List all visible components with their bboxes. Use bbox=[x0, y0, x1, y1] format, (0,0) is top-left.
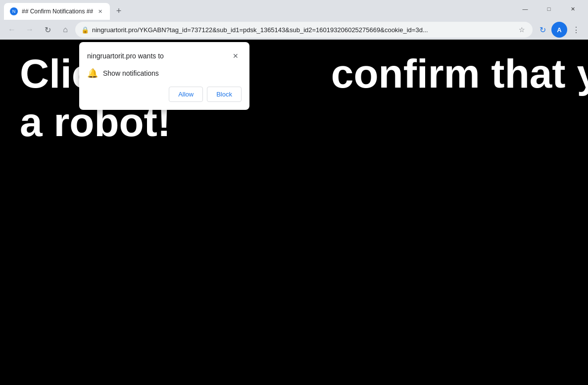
lock-icon: 🔒 bbox=[81, 26, 89, 34]
window-controls: — □ ✕ bbox=[514, 1, 588, 19]
tab-favicon: N bbox=[10, 7, 18, 15]
title-bar: N ## Confirm Notifications ## ✕ + — □ ✕ bbox=[0, 0, 588, 20]
reload-button[interactable]: ↻ bbox=[40, 22, 55, 38]
tab-strip: N ## Confirm Notifications ## ✕ + bbox=[0, 0, 514, 20]
popup-buttons: Allow Block bbox=[87, 87, 242, 102]
permission-text: Show notifications bbox=[103, 69, 159, 77]
menu-icon[interactable]: ⋮ bbox=[568, 22, 584, 38]
chrome-window: N ## Confirm Notifications ## ✕ + — □ ✕ … bbox=[0, 0, 588, 385]
url-bar[interactable]: 🔒 ningruartorit.pro/YKGABN?tag_id=737122… bbox=[75, 22, 533, 38]
popup-close-button[interactable]: ✕ bbox=[230, 50, 242, 62]
tab-close-button[interactable]: ✕ bbox=[96, 7, 104, 15]
new-tab-button[interactable]: + bbox=[112, 4, 126, 18]
popup-header: ningruartorit.pro wants to ✕ bbox=[87, 50, 242, 62]
url-text: ningruartorit.pro/YKGABN?tag_id=737122&s… bbox=[92, 26, 514, 34]
forward-button[interactable]: → bbox=[22, 22, 38, 38]
home-button[interactable]: ⌂ bbox=[57, 22, 73, 38]
popup-permission: 🔔 Show notifications bbox=[87, 68, 242, 79]
popup-title: ningruartorit.pro wants to bbox=[87, 52, 164, 60]
maximize-button[interactable]: □ bbox=[538, 1, 560, 17]
toolbar-icons: ↻ A ⋮ bbox=[535, 22, 584, 38]
address-bar: ← → ↻ ⌂ 🔒 ningruartorit.pro/YKGABN?tag_i… bbox=[0, 20, 588, 40]
refresh-icon[interactable]: ↻ bbox=[535, 22, 550, 38]
minimize-button[interactable]: — bbox=[514, 1, 537, 17]
page-content: Click confirm that you are a robot! ning… bbox=[0, 40, 588, 385]
back-button[interactable]: ← bbox=[4, 22, 20, 38]
close-button[interactable]: ✕ bbox=[561, 1, 584, 17]
notification-popup: ningruartorit.pro wants to ✕ 🔔 Show noti… bbox=[79, 42, 249, 110]
tab-title: ## Confirm Notifications ## bbox=[22, 8, 93, 15]
block-button[interactable]: Block bbox=[207, 87, 242, 102]
account-icon[interactable]: A bbox=[551, 22, 567, 38]
star-icon[interactable]: ☆ bbox=[517, 25, 527, 35]
allow-button[interactable]: Allow bbox=[169, 87, 203, 102]
bell-icon: 🔔 bbox=[87, 68, 98, 79]
active-tab[interactable]: N ## Confirm Notifications ## ✕ bbox=[4, 3, 110, 20]
